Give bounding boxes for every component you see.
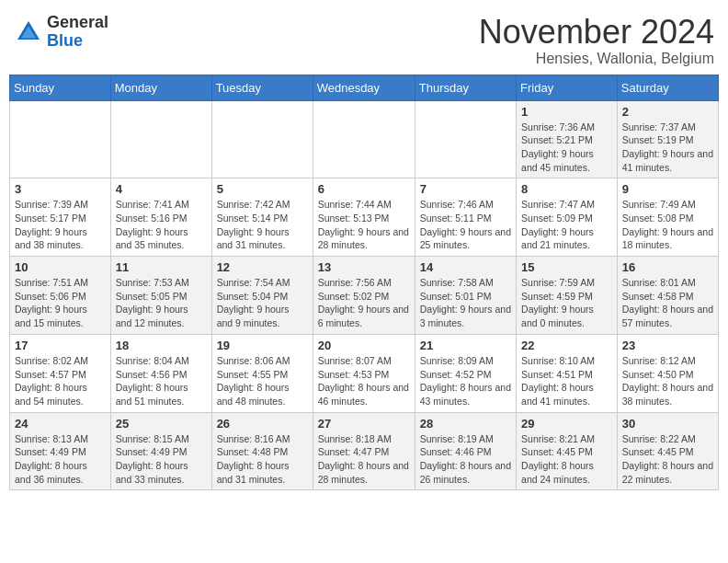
day-number: 20 [318, 339, 410, 352]
calendar-cell: 28Sunrise: 8:19 AM Sunset: 4:46 PM Dayli… [415, 412, 516, 490]
day-info: Sunrise: 8:13 AM Sunset: 4:49 PM Dayligh… [15, 432, 106, 487]
day-number: 26 [217, 417, 308, 431]
day-number: 14 [420, 260, 511, 274]
day-number: 12 [217, 260, 308, 274]
day-info: Sunrise: 8:19 AM Sunset: 4:46 PM Dayligh… [420, 432, 511, 487]
day-info: Sunrise: 8:01 AM Sunset: 4:58 PM Dayligh… [622, 276, 713, 330]
day-number: 17 [15, 339, 106, 352]
day-number: 18 [116, 339, 207, 352]
day-info: Sunrise: 7:42 AM Sunset: 5:14 PM Dayligh… [217, 198, 308, 252]
day-number: 22 [521, 339, 612, 352]
calendar-cell: 16Sunrise: 8:01 AM Sunset: 4:58 PM Dayli… [617, 257, 718, 335]
calendar-cell [10, 100, 111, 178]
day-info: Sunrise: 7:54 AM Sunset: 5:04 PM Dayligh… [217, 276, 308, 330]
day-info: Sunrise: 7:47 AM Sunset: 5:09 PM Dayligh… [521, 198, 612, 252]
day-number: 1 [521, 105, 612, 119]
calendar-cell: 18Sunrise: 8:04 AM Sunset: 4:56 PM Dayli… [110, 334, 211, 412]
day-number: 3 [15, 182, 106, 196]
calendar-cell: 8Sunrise: 7:47 AM Sunset: 5:09 PM Daylig… [517, 178, 618, 257]
calendar-cell: 3Sunrise: 7:39 AM Sunset: 5:17 PM Daylig… [10, 178, 111, 257]
weekday-header-wednesday: Wednesday [313, 75, 415, 100]
calendar-cell [110, 100, 211, 178]
calendar-table: SundayMondayTuesdayWednesdayThursdayFrid… [9, 75, 719, 491]
calendar-cell: 24Sunrise: 8:13 AM Sunset: 4:49 PM Dayli… [10, 412, 111, 490]
day-number: 27 [318, 417, 410, 431]
calendar-cell: 29Sunrise: 8:21 AM Sunset: 4:45 PM Dayli… [517, 412, 618, 490]
calendar-cell: 23Sunrise: 8:12 AM Sunset: 4:50 PM Dayli… [617, 334, 718, 412]
calendar-cell: 13Sunrise: 7:56 AM Sunset: 5:02 PM Dayli… [313, 257, 415, 335]
logo-general-text: General [47, 14, 108, 32]
calendar-cell: 4Sunrise: 7:41 AM Sunset: 5:16 PM Daylig… [110, 178, 211, 257]
day-info: Sunrise: 7:59 AM Sunset: 4:59 PM Dayligh… [521, 276, 612, 330]
calendar-body: 1Sunrise: 7:36 AM Sunset: 5:21 PM Daylig… [10, 100, 719, 490]
day-number: 13 [318, 260, 410, 274]
day-info: Sunrise: 7:41 AM Sunset: 5:16 PM Dayligh… [116, 198, 207, 252]
logo-blue-text: Blue [47, 32, 108, 51]
calendar-cell: 21Sunrise: 8:09 AM Sunset: 4:52 PM Dayli… [415, 334, 516, 412]
calendar-cell: 27Sunrise: 8:18 AM Sunset: 4:47 PM Dayli… [313, 412, 415, 490]
weekday-header-row: SundayMondayTuesdayWednesdayThursdayFrid… [10, 75, 719, 100]
day-info: Sunrise: 7:56 AM Sunset: 5:02 PM Dayligh… [318, 276, 410, 330]
day-info: Sunrise: 8:04 AM Sunset: 4:56 PM Dayligh… [116, 354, 207, 408]
day-info: Sunrise: 8:22 AM Sunset: 4:45 PM Dayligh… [622, 432, 713, 487]
day-info: Sunrise: 8:10 AM Sunset: 4:51 PM Dayligh… [521, 354, 612, 408]
day-number: 30 [622, 417, 713, 431]
day-number: 4 [116, 182, 207, 196]
logo-text: General Blue [47, 14, 108, 51]
header: General Blue November 2024 Hensies, Wall… [9, 9, 719, 67]
calendar-cell: 22Sunrise: 8:10 AM Sunset: 4:51 PM Dayli… [517, 334, 618, 412]
logo: General Blue [14, 14, 108, 51]
calendar-cell: 5Sunrise: 7:42 AM Sunset: 5:14 PM Daylig… [211, 178, 313, 257]
day-number: 21 [420, 339, 511, 352]
day-number: 28 [420, 417, 511, 431]
calendar-cell: 1Sunrise: 7:36 AM Sunset: 5:21 PM Daylig… [517, 100, 618, 178]
day-number: 10 [15, 260, 106, 274]
day-info: Sunrise: 8:07 AM Sunset: 4:53 PM Dayligh… [318, 354, 410, 408]
day-info: Sunrise: 7:51 AM Sunset: 5:06 PM Dayligh… [15, 276, 106, 330]
day-info: Sunrise: 7:53 AM Sunset: 5:05 PM Dayligh… [116, 276, 207, 330]
day-number: 2 [622, 105, 713, 119]
calendar-cell: 30Sunrise: 8:22 AM Sunset: 4:45 PM Dayli… [617, 412, 718, 490]
day-info: Sunrise: 8:02 AM Sunset: 4:57 PM Dayligh… [15, 354, 106, 408]
day-info: Sunrise: 7:44 AM Sunset: 5:13 PM Dayligh… [318, 198, 410, 252]
day-info: Sunrise: 7:37 AM Sunset: 5:19 PM Dayligh… [622, 121, 713, 175]
day-info: Sunrise: 7:39 AM Sunset: 5:17 PM Dayligh… [15, 198, 106, 252]
calendar-cell: 15Sunrise: 7:59 AM Sunset: 4:59 PM Dayli… [517, 257, 618, 335]
calendar-week-row: 10Sunrise: 7:51 AM Sunset: 5:06 PM Dayli… [10, 257, 719, 335]
calendar-week-row: 17Sunrise: 8:02 AM Sunset: 4:57 PM Dayli… [10, 334, 719, 412]
calendar-cell: 25Sunrise: 8:15 AM Sunset: 4:49 PM Dayli… [110, 412, 211, 490]
month-title: November 2024 [479, 14, 714, 51]
calendar-week-row: 3Sunrise: 7:39 AM Sunset: 5:17 PM Daylig… [10, 178, 719, 257]
calendar-cell: 11Sunrise: 7:53 AM Sunset: 5:05 PM Dayli… [110, 257, 211, 335]
day-number: 16 [622, 260, 713, 274]
day-info: Sunrise: 8:21 AM Sunset: 4:45 PM Dayligh… [521, 432, 612, 487]
day-number: 23 [622, 339, 713, 352]
weekday-header-monday: Monday [110, 75, 211, 100]
calendar-cell: 2Sunrise: 7:37 AM Sunset: 5:19 PM Daylig… [617, 100, 718, 178]
calendar-cell: 20Sunrise: 8:07 AM Sunset: 4:53 PM Dayli… [313, 334, 415, 412]
calendar-header: SundayMondayTuesdayWednesdayThursdayFrid… [10, 75, 719, 100]
day-info: Sunrise: 8:16 AM Sunset: 4:48 PM Dayligh… [217, 432, 308, 487]
location-title: Hensies, Wallonia, Belgium [479, 51, 714, 67]
calendar-cell [211, 100, 313, 178]
day-info: Sunrise: 8:06 AM Sunset: 4:55 PM Dayligh… [217, 354, 308, 408]
calendar-cell [415, 100, 516, 178]
day-number: 25 [116, 417, 207, 431]
title-area: November 2024 Hensies, Wallonia, Belgium [479, 14, 714, 67]
calendar-cell: 19Sunrise: 8:06 AM Sunset: 4:55 PM Dayli… [211, 334, 313, 412]
calendar-cell: 17Sunrise: 8:02 AM Sunset: 4:57 PM Dayli… [10, 334, 111, 412]
weekday-header-friday: Friday [517, 75, 618, 100]
weekday-header-saturday: Saturday [617, 75, 718, 100]
calendar-week-row: 24Sunrise: 8:13 AM Sunset: 4:49 PM Dayli… [10, 412, 719, 490]
day-number: 7 [420, 182, 511, 196]
weekday-header-thursday: Thursday [415, 75, 516, 100]
calendar-cell: 9Sunrise: 7:49 AM Sunset: 5:08 PM Daylig… [617, 178, 718, 257]
day-info: Sunrise: 8:12 AM Sunset: 4:50 PM Dayligh… [622, 354, 713, 408]
day-number: 11 [116, 260, 207, 274]
calendar-cell: 26Sunrise: 8:16 AM Sunset: 4:48 PM Dayli… [211, 412, 313, 490]
day-info: Sunrise: 7:36 AM Sunset: 5:21 PM Dayligh… [521, 121, 612, 175]
calendar-cell: 7Sunrise: 7:46 AM Sunset: 5:11 PM Daylig… [415, 178, 516, 257]
day-info: Sunrise: 8:15 AM Sunset: 4:49 PM Dayligh… [116, 432, 207, 487]
day-info: Sunrise: 8:09 AM Sunset: 4:52 PM Dayligh… [420, 354, 511, 408]
calendar-cell: 14Sunrise: 7:58 AM Sunset: 5:01 PM Dayli… [415, 257, 516, 335]
